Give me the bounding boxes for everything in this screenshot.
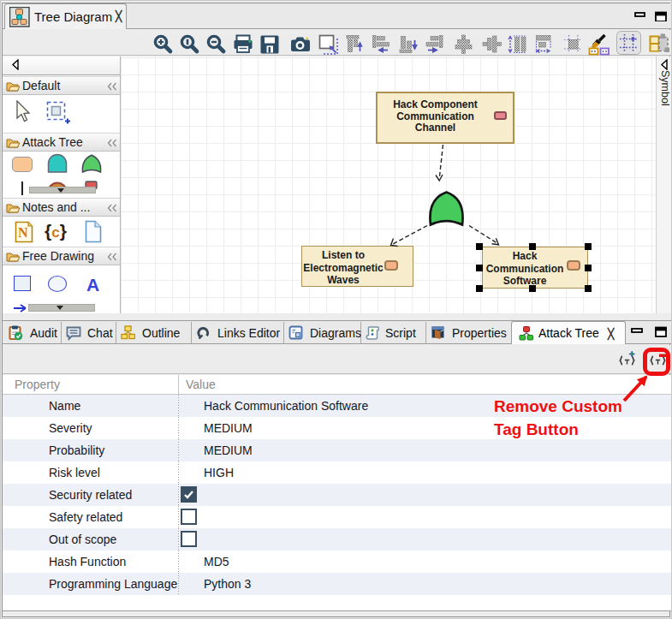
svg-text:N: N <box>18 225 28 240</box>
